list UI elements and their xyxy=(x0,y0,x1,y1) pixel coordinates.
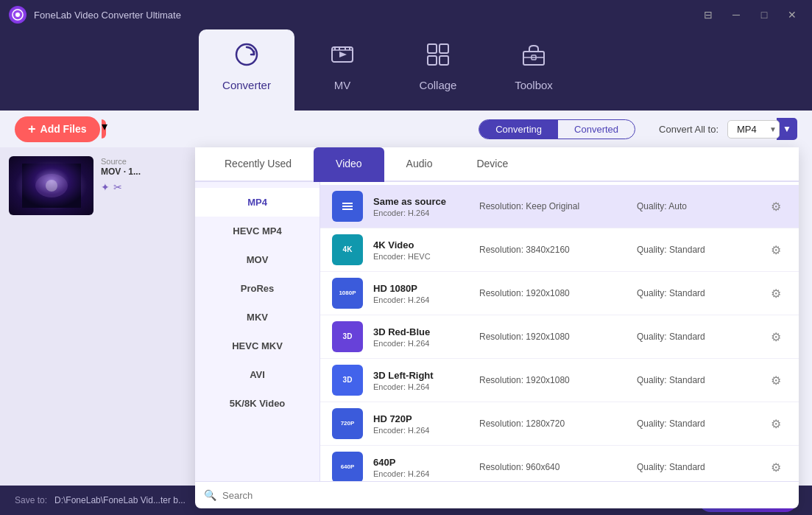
720p-icon: 720P xyxy=(332,408,363,439)
tab-collage[interactable]: Collage xyxy=(390,29,486,111)
format-1080p-details: HD 1080P Encoder: H.264 xyxy=(373,283,469,304)
format-option-hd-1080p[interactable]: 1080P HD 1080P Encoder: H.264 Resolution… xyxy=(320,272,799,315)
tab-toolbox-label: Toolbox xyxy=(515,79,553,91)
format-type-prores[interactable]: ProRes xyxy=(195,274,319,303)
format-settings-btn-720p[interactable]: ⚙ xyxy=(765,413,787,435)
subtitles-button[interactable]: ⊟ xyxy=(697,7,719,23)
main-content: Source MOV · 1... ✦ ✂ Recently Used Vide… xyxy=(0,147,812,486)
convert-all-selector: MP4 ▼ xyxy=(727,118,797,140)
format-type-avi[interactable]: AVI xyxy=(195,360,319,389)
source-label: Source xyxy=(101,157,127,166)
cut-button[interactable]: ✂ xyxy=(113,181,122,193)
tab-mv[interactable]: MV xyxy=(294,29,390,111)
format-settings-btn-4k[interactable]: ⚙ xyxy=(765,239,787,261)
tab-converter[interactable]: Converter xyxy=(199,29,294,111)
file-panel: Source MOV · 1... ✦ ✂ xyxy=(0,147,195,486)
format-settings-btn-1080p[interactable]: ⚙ xyxy=(765,282,787,304)
format-3d-lr-details: 3D Left-Right Encoder: H.264 xyxy=(373,370,469,391)
tab-recently-used[interactable]: Recently Used xyxy=(202,147,314,182)
converting-tab-btn[interactable]: Converting xyxy=(479,120,558,139)
format-option-same-as-source[interactable]: Same as source Encoder: H.264 Resolution… xyxy=(320,185,799,228)
tab-device[interactable]: Device xyxy=(454,147,530,182)
search-icon: 🔍 xyxy=(204,489,216,501)
convert-all-label: Convert All to: xyxy=(659,124,719,135)
convert-tab-switch: Converting Converted xyxy=(479,119,635,139)
app-logo xyxy=(9,6,27,24)
svg-point-1 xyxy=(15,13,20,17)
format-settings-btn-640p[interactable]: ⚙ xyxy=(765,456,787,478)
nav-tabs: Converter MV Collage xyxy=(0,29,812,111)
format-4k-details: 4K Video Encoder: HEVC xyxy=(373,239,469,261)
thumbnail-preview xyxy=(9,156,93,215)
collage-icon xyxy=(425,41,451,73)
tab-converter-label: Converter xyxy=(222,79,271,91)
file-item: Source MOV · 1... ✦ ✂ xyxy=(9,156,186,215)
toolbar: + Add Files ▾ Converting Converted Conve… xyxy=(0,111,812,147)
svg-rect-13 xyxy=(523,52,544,65)
star-button[interactable]: ✦ xyxy=(101,181,110,193)
format-options-list: Same as source Encoder: H.264 Resolution… xyxy=(320,182,799,481)
format-types-list: MP4 HEVC MP4 MOV ProRes MKV HEVC MKV AVI… xyxy=(195,182,320,481)
format-option-hd-720p[interactable]: 720P HD 720P Encoder: H.264 Resolution: … xyxy=(320,402,799,446)
svg-point-18 xyxy=(46,180,57,192)
tab-collage-label: Collage xyxy=(420,79,457,91)
4k-icon: 4K xyxy=(332,234,363,265)
convert-all-select[interactable]: MP4 xyxy=(727,120,780,139)
add-files-dropdown-arrow[interactable]: ▾ xyxy=(102,119,106,139)
format-tabs: Recently Used Video Audio Device xyxy=(195,147,799,182)
file-name: MOV · 1... xyxy=(101,167,141,177)
file-thumbnail xyxy=(9,156,93,215)
save-to-label: Save to: xyxy=(15,495,47,505)
mv-icon xyxy=(329,41,356,73)
format-3d-rb-details: 3D Red-Blue Encoder: H.264 xyxy=(373,326,469,348)
3d-rb-icon: 3D xyxy=(332,321,363,352)
format-same-as-source-details: Same as source Encoder: H.264 xyxy=(373,196,469,217)
format-type-hevc-mp4[interactable]: HEVC MP4 xyxy=(195,217,319,245)
tab-toolbox[interactable]: Toolbox xyxy=(486,29,582,111)
app-title: FoneLab Video Converter Ultimate xyxy=(34,10,697,21)
format-640p-details: 640P Encoder: H.264 xyxy=(373,457,469,478)
format-search-bar: 🔍 xyxy=(195,481,799,508)
svg-rect-12 xyxy=(439,56,448,65)
convert-all-dropdown-btn[interactable]: ▼ xyxy=(777,118,797,140)
plus-icon: + xyxy=(28,122,36,137)
maximize-button[interactable]: □ xyxy=(753,7,775,23)
tab-audio[interactable]: Audio xyxy=(384,147,455,182)
tab-video[interactable]: Video xyxy=(314,147,384,182)
format-type-hevc-mkv[interactable]: HEVC MKV xyxy=(195,332,319,360)
svg-rect-11 xyxy=(428,56,437,65)
3d-lr-icon: 3D xyxy=(332,365,363,396)
format-option-3d-left-right[interactable]: 3D 3D Left-Right Encoder: H.264 Resoluti… xyxy=(320,359,799,402)
format-type-mp4[interactable]: MP4 xyxy=(195,188,319,217)
minimize-button[interactable]: ─ xyxy=(725,7,747,23)
format-type-mov[interactable]: MOV xyxy=(195,245,319,274)
file-actions: ✦ ✂ xyxy=(101,181,141,193)
1080p-icon: 1080P xyxy=(332,278,363,309)
file-info: Source MOV · 1... ✦ ✂ xyxy=(101,156,141,193)
toolbox-icon xyxy=(520,41,547,73)
svg-rect-10 xyxy=(439,44,448,53)
close-button[interactable]: ✕ xyxy=(781,7,803,23)
format-option-640p[interactable]: 640P 640P Encoder: H.264 Resolution: 960… xyxy=(320,446,799,481)
format-settings-btn-3d-rb[interactable]: ⚙ xyxy=(765,326,787,348)
converter-icon xyxy=(233,41,260,73)
format-720p-details: HD 720P Encoder: H.264 xyxy=(373,413,469,435)
add-files-label: Add Files xyxy=(40,123,87,135)
format-body: MP4 HEVC MP4 MOV ProRes MKV HEVC MKV AVI… xyxy=(195,182,799,481)
format-option-4k-video[interactable]: 4K 4K Video Encoder: HEVC Resolution: 38… xyxy=(320,228,799,272)
search-input[interactable] xyxy=(222,490,790,501)
svg-rect-9 xyxy=(428,44,437,53)
title-bar: FoneLab Video Converter Ultimate ⊟ ─ □ ✕ xyxy=(0,0,812,29)
format-panel: Recently Used Video Audio Device MP4 HEV… xyxy=(195,147,799,508)
format-settings-btn-3d-lr[interactable]: ⚙ xyxy=(765,369,787,391)
format-option-3d-red-blue[interactable]: 3D 3D Red-Blue Encoder: H.264 Resolution… xyxy=(320,315,799,359)
add-files-button[interactable]: + Add Files xyxy=(15,116,100,142)
640p-icon: 640P xyxy=(332,452,363,481)
same-as-source-icon xyxy=(332,191,363,222)
window-controls: ⊟ ─ □ ✕ xyxy=(697,7,803,23)
tab-mv-label: MV xyxy=(334,79,351,91)
format-settings-btn-same-as-source[interactable]: ⚙ xyxy=(765,195,787,217)
format-type-5k8k[interactable]: 5K/8K Video xyxy=(195,389,319,418)
format-type-mkv[interactable]: MKV xyxy=(195,303,319,332)
converted-tab-btn[interactable]: Converted xyxy=(558,120,635,139)
